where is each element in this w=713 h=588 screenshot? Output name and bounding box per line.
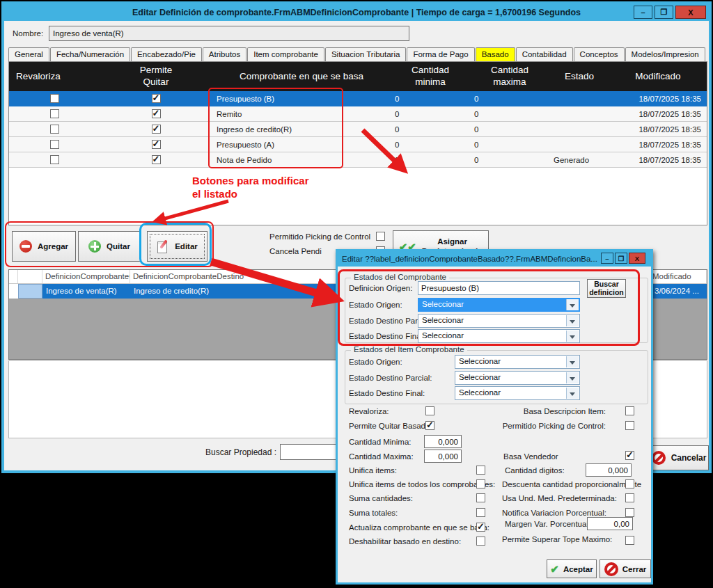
unifica-todos-checkbox[interactable] <box>476 479 485 488</box>
revaloriza-checkbox[interactable] <box>50 155 59 164</box>
item-estado-destino-final-combo[interactable]: Seleccionar <box>455 386 580 400</box>
item-estado-origen-combo[interactable]: Seleccionar <box>455 355 580 369</box>
tab-item-comprobante[interactable]: Item comprobante <box>247 47 324 61</box>
group-title: Estados del Comprobante <box>351 273 449 281</box>
tab-contabilidad[interactable]: Contabilidad <box>516 47 573 61</box>
permite-quitar-basado-checkbox[interactable] <box>425 421 434 430</box>
margen-label: Margen Var. Porcentual: <box>505 520 590 528</box>
buscar-propiedad-label: Buscar Propiedad : <box>205 447 276 457</box>
cerrar-button[interactable]: Cerrar <box>600 559 651 578</box>
estado-origen-combo[interactable]: Seleccionar <box>418 298 580 312</box>
tab-modelos-impresion[interactable]: Modelos/Impresion <box>625 47 705 61</box>
suma-cantidades-checkbox[interactable] <box>476 493 485 502</box>
agregar-label: Agregar <box>38 242 68 251</box>
basa-descripcion-checkbox[interactable] <box>625 406 634 415</box>
minimize-button[interactable]: – <box>634 6 652 19</box>
cell-cantidad-minima: 0 <box>391 95 470 103</box>
cell-cantidad-minima: 0 <box>391 141 470 149</box>
cancelar-button[interactable]: Cancelar <box>649 445 709 470</box>
cell-modificado: 18/07/2025 18:35 <box>609 141 707 149</box>
dialog-maximize-button[interactable]: ❐ <box>615 253 627 264</box>
tab-general[interactable]: General <box>8 47 49 61</box>
picking-control-checkbox[interactable] <box>625 421 634 430</box>
item-estado-destino-parcial-combo[interactable]: Seleccionar <box>455 371 580 385</box>
suma-totales-checkbox[interactable] <box>476 508 485 517</box>
tab-conceptos[interactable]: Conceptos <box>574 47 625 61</box>
permite-quitar-checkbox[interactable] <box>152 109 161 118</box>
dialog-minimize-button[interactable]: – <box>601 253 613 264</box>
chevron-down-icon[interactable] <box>566 372 579 383</box>
tab-situacion-tributaria[interactable]: Situacion Tributaria <box>325 47 406 61</box>
picking-label: Permitido Picking de Control <box>269 232 370 241</box>
cell-cantidad-minima: 0 <box>391 125 470 134</box>
buscar-definicion-button[interactable]: Buscar definicion <box>587 279 626 298</box>
cell-modificado: 18/07/2025 18:35 <box>609 156 707 164</box>
margen-input[interactable] <box>587 517 633 530</box>
permite-quitar-checkbox[interactable] <box>152 94 161 103</box>
row-selector[interactable] <box>18 284 42 299</box>
cantidad-minima-input[interactable] <box>424 435 462 448</box>
tab-atributos[interactable]: Atributos <box>203 47 246 61</box>
dialog-title-bar: Editar ??label_definicionComprobanteBasa… <box>338 251 651 267</box>
chevron-down-icon[interactable] <box>566 356 579 367</box>
editar-button[interactable]: Editar <box>147 231 207 262</box>
close-button[interactable]: X <box>675 6 706 19</box>
estado-destino-final-combo[interactable]: Seleccionar <box>418 329 580 343</box>
permite-quitar-checkbox[interactable] <box>152 125 161 134</box>
chevron-down-icon[interactable] <box>566 331 579 342</box>
cantidad-minima-label: Cantidad Minima: <box>349 438 411 446</box>
estado-destino-parcial-combo[interactable]: Seleccionar <box>418 314 580 328</box>
item-estado-destino-parcial-label: Estado Destino Parcial: <box>349 374 432 382</box>
dialog-close-button[interactable]: X <box>629 253 645 264</box>
col-modificado: Modificado <box>609 71 707 83</box>
tab-fecha-numeracion[interactable]: Fecha/Numeración <box>50 47 130 61</box>
unifica-items-checkbox[interactable] <box>476 466 485 475</box>
cell-comprobante: Ingreso de credito(R) <box>212 125 391 134</box>
tab-basado[interactable]: Basado <box>476 47 515 61</box>
col-comprobante: Comprobante en que se basa <box>212 71 391 83</box>
table-row[interactable]: Remito 0 0 18/07/2025 18:35 <box>9 106 707 122</box>
definicion-origen-input[interactable] <box>418 281 580 295</box>
revaloriza-checkbox[interactable] <box>50 94 59 103</box>
item-estado-origen-label: Estado Origen: <box>349 358 402 366</box>
picking-checkbox[interactable] <box>376 232 385 241</box>
revaloriza-checkbox[interactable] <box>50 140 59 149</box>
descuenta-label: Descuenta cantidad proporcionalmente <box>502 480 641 488</box>
chevron-down-icon[interactable] <box>566 315 579 326</box>
usa-und-checkbox[interactable] <box>625 493 634 502</box>
deshabilitar-label: Deshabilitar basado en destino: <box>349 537 461 546</box>
deshabilitar-checkbox[interactable] <box>476 537 485 546</box>
cantidad-digitos-input[interactable] <box>586 463 632 477</box>
tab-encabezado-pie[interactable]: Encabezado/Pie <box>131 47 202 61</box>
actualiza-checkbox[interactable] <box>476 523 485 532</box>
quitar-button[interactable]: Quitar <box>78 231 141 262</box>
aceptar-button[interactable]: ✔ Aceptar <box>547 559 597 578</box>
tab-forma-de-pago[interactable]: Forma de Pago <box>407 47 474 61</box>
maximize-button[interactable]: ❐ <box>655 6 673 19</box>
nombre-input[interactable] <box>49 26 409 41</box>
cell-comprobante: Nota de Pedido <box>212 156 391 164</box>
quitar-label: Quitar <box>107 242 130 251</box>
table-row[interactable]: Nota de Pedido 0 0 Generado 18/07/2025 1… <box>9 152 707 168</box>
permite-quitar-basado-label: Permite Quitar Basado: <box>349 422 432 430</box>
notifica-checkbox[interactable] <box>625 508 634 517</box>
cell-cantidad-maxima: 0 <box>470 125 549 134</box>
cell-comprobante: Presupuesto (A) <box>212 141 391 149</box>
table-row[interactable]: Ingreso de credito(R) 0 0 18/07/2025 18:… <box>9 122 707 137</box>
basa-vendedor-checkbox[interactable] <box>625 451 634 460</box>
chevron-down-icon[interactable] <box>566 388 579 399</box>
revaloriza-checkbox[interactable] <box>425 406 434 415</box>
descuenta-checkbox[interactable] <box>625 479 634 488</box>
table-row[interactable]: Presupuesto (A) 0 0 18/07/2025 18:35 <box>9 137 707 152</box>
table-row[interactable]: Presupuesto (B) 0 0 18/07/2025 18:35 <box>9 91 707 106</box>
agregar-button[interactable]: Agregar <box>12 231 76 262</box>
permite-superar-checkbox[interactable] <box>625 536 634 545</box>
permite-quitar-checkbox[interactable] <box>152 140 161 149</box>
chevron-down-icon[interactable] <box>566 299 579 310</box>
col-estado: Estado <box>549 71 609 83</box>
permite-quitar-checkbox[interactable] <box>152 155 161 164</box>
revaloriza-checkbox[interactable] <box>50 125 59 134</box>
revaloriza-checkbox[interactable] <box>50 109 59 118</box>
cantidad-maxima-input[interactable] <box>424 450 462 463</box>
quitar-icon <box>88 240 101 253</box>
